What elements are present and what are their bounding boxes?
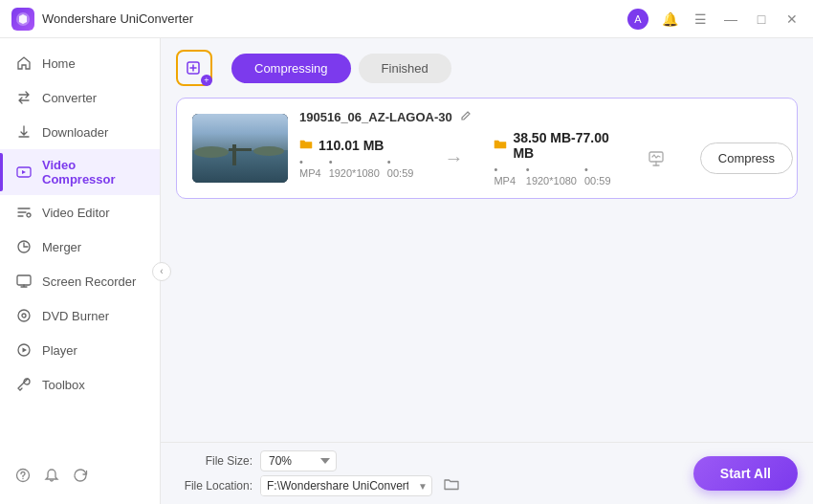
- svg-rect-16: [229, 148, 252, 151]
- tabs-bar: + Compressing Finished: [161, 38, 813, 86]
- downloader-icon: [15, 123, 33, 141]
- file-location-row: File Location: ▼: [176, 475, 463, 496]
- file-list-area: 190516_06_AZ-LAGOA-30: [161, 86, 813, 442]
- folder-icon: [299, 138, 313, 153]
- folder-open-button[interactable]: [440, 476, 463, 496]
- video-editor-icon: [15, 204, 33, 221]
- compressed-duration: • 00:59: [584, 164, 613, 186]
- file-card: 190516_06_AZ-LAGOA-30: [176, 98, 798, 199]
- tab-finished[interactable]: Finished: [359, 54, 451, 83]
- user-avatar[interactable]: A: [627, 9, 648, 30]
- svg-point-5: [18, 310, 30, 321]
- sidebar-item-video-editor[interactable]: Video Editor: [0, 195, 160, 230]
- svg-point-17: [194, 146, 229, 158]
- sidebar-item-player[interactable]: Player: [0, 333, 160, 367]
- sidebar-label-home: Home: [42, 56, 76, 71]
- original-meta: 110.01 MB • MP4 • 1920*1080 • 00:59: [299, 138, 413, 179]
- sidebar-label-converter: Converter: [42, 91, 97, 105]
- avatar-letter: A: [634, 13, 641, 25]
- svg-point-2: [27, 213, 31, 217]
- original-resolution: • 1920*1080: [329, 156, 380, 179]
- original-size-label: 110.01 MB: [299, 138, 413, 153]
- bell-icon[interactable]: 🔔: [660, 10, 679, 29]
- file-name-row: 190516_06_AZ-LAGOA-30: [299, 110, 793, 124]
- tab-compressing[interactable]: Compressing: [231, 54, 351, 83]
- file-size-select[interactable]: 70% 50% 60% 80% 90%: [260, 450, 337, 471]
- sidebar-item-home[interactable]: Home: [0, 46, 160, 80]
- file-meta-row: 110.01 MB • MP4 • 1920*1080 • 00:59 →: [299, 130, 793, 186]
- title-bar: Wondershare UniConverter A 🔔 ☰ — □ ✕: [0, 0, 813, 38]
- minimize-icon[interactable]: —: [721, 10, 740, 29]
- compressed-size-label: 38.50 MB-77.00 MB: [494, 130, 612, 161]
- file-size-row: File Size: 70% 50% 60% 80% 90%: [176, 450, 463, 471]
- svg-point-6: [22, 314, 26, 318]
- svg-point-18: [253, 146, 284, 156]
- sidebar-label-player: Player: [42, 343, 77, 358]
- sidebar-bottom: [0, 458, 160, 496]
- content-area: + Compressing Finished: [161, 38, 813, 504]
- add-badge: +: [201, 75, 212, 86]
- arrow-right-icon: →: [444, 147, 463, 169]
- bottom-bar: File Size: 70% 50% 60% 80% 90% File Loca…: [161, 442, 813, 504]
- sidebar-collapse-button[interactable]: ‹: [152, 262, 171, 281]
- player-icon: [15, 341, 33, 359]
- converter-icon: [15, 89, 33, 106]
- compressed-size: 38.50 MB-77.00 MB: [513, 130, 612, 161]
- sidebar-item-toolbox[interactable]: Toolbox: [0, 367, 160, 402]
- original-size: 110.01 MB: [319, 138, 384, 153]
- sidebar-item-dvd-burner[interactable]: DVD Burner: [0, 298, 160, 333]
- compressed-format: • MP4: [494, 164, 517, 186]
- sidebar-item-screen-recorder[interactable]: Screen Recorder: [0, 264, 160, 298]
- title-bar-controls: A 🔔 ☰ — □ ✕: [627, 9, 802, 30]
- compressed-meta: 38.50 MB-77.00 MB • MP4 • 1920*1080 • 00…: [494, 130, 612, 186]
- screen-recorder-icon: [15, 273, 33, 290]
- title-bar-left: Wondershare UniConverter: [11, 8, 193, 31]
- maximize-icon[interactable]: □: [752, 10, 771, 29]
- location-input[interactable]: [261, 476, 414, 495]
- compress-settings-icon[interactable]: [644, 143, 670, 174]
- file-location-label: File Location:: [176, 479, 253, 493]
- video-compressor-icon: [15, 164, 33, 181]
- svg-point-10: [22, 478, 23, 479]
- sidebar-item-video-compressor[interactable]: Video Compressor: [0, 149, 160, 195]
- sidebar-label-toolbox: Toolbox: [42, 378, 85, 392]
- original-attrs: • MP4 • 1920*1080 • 00:59: [299, 156, 413, 179]
- svg-rect-13: [192, 114, 288, 152]
- file-name: 190516_06_AZ-LAGOA-30: [299, 110, 452, 124]
- add-button-container: +: [176, 50, 212, 86]
- file-edit-icon[interactable]: [460, 110, 472, 124]
- svg-rect-15: [232, 144, 236, 165]
- home-icon: [15, 55, 33, 72]
- menu-icon[interactable]: ☰: [691, 10, 710, 29]
- file-info: 190516_06_AZ-LAGOA-30: [299, 110, 793, 186]
- app-icon: [11, 8, 34, 31]
- start-all-button[interactable]: Start All: [693, 456, 798, 491]
- dvd-burner-icon: [15, 307, 33, 324]
- main-layout: Home Converter Downloader: [0, 38, 813, 504]
- close-icon[interactable]: ✕: [782, 10, 802, 29]
- sidebar-label-downloader: Downloader: [42, 125, 108, 140]
- bottom-fields: File Size: 70% 50% 60% 80% 90% File Loca…: [176, 450, 463, 496]
- sidebar: Home Converter Downloader: [0, 38, 161, 504]
- file-thumbnail: [192, 114, 288, 183]
- compressed-resolution: • 1920*1080: [526, 164, 577, 186]
- sidebar-item-downloader[interactable]: Downloader: [0, 115, 160, 149]
- compressed-attrs: • MP4 • 1920*1080 • 00:59: [494, 164, 612, 186]
- app-title: Wondershare UniConverter: [42, 11, 193, 26]
- sidebar-item-converter[interactable]: Converter: [0, 80, 160, 115]
- add-file-button[interactable]: +: [176, 50, 212, 86]
- toolbox-icon: [15, 376, 33, 393]
- notification-icon[interactable]: [44, 468, 59, 487]
- help-icon[interactable]: [15, 468, 31, 487]
- sidebar-label-video-compressor: Video Compressor: [42, 158, 144, 186]
- sidebar-item-merger[interactable]: Merger: [0, 230, 160, 264]
- file-size-label: File Size:: [176, 454, 253, 468]
- compress-button[interactable]: Compress: [700, 142, 793, 174]
- location-dropdown-button[interactable]: ▼: [414, 478, 431, 494]
- sidebar-label-merger: Merger: [42, 240, 81, 254]
- svg-rect-4: [17, 275, 31, 285]
- refresh-icon[interactable]: [73, 468, 88, 487]
- sidebar-label-video-editor: Video Editor: [42, 206, 110, 220]
- location-input-wrap: ▼: [260, 475, 432, 496]
- sidebar-label-screen-recorder: Screen Recorder: [42, 274, 136, 289]
